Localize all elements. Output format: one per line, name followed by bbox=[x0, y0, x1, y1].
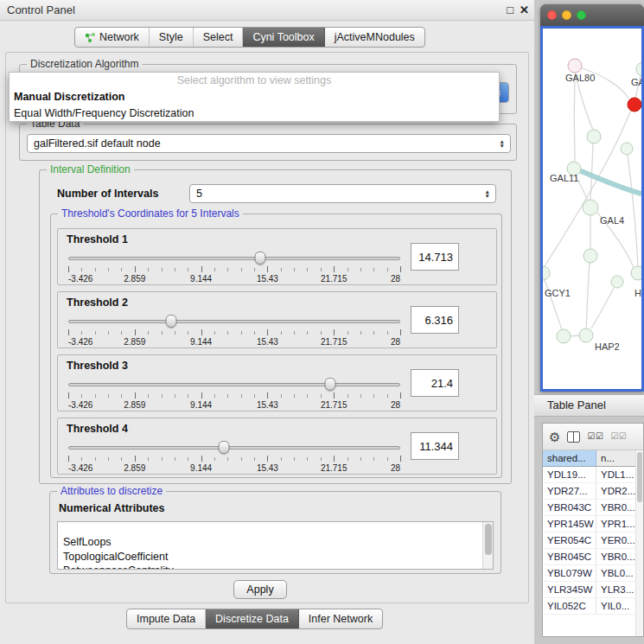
threshold-value-field[interactable] bbox=[411, 306, 459, 334]
popup-option-equal-width-frequency-discretization[interactable]: Equal Width/Frequency Discretization bbox=[10, 105, 499, 122]
threshold-slider[interactable] bbox=[68, 441, 400, 455]
tab-discretize-data[interactable]: Discretize Data bbox=[206, 609, 299, 628]
popup-option-manual-discretization[interactable]: Manual Discretization bbox=[10, 89, 499, 105]
cell-shared-name: YLR345W bbox=[543, 582, 596, 597]
network-window-titlebar[interactable] bbox=[540, 4, 644, 26]
network-node[interactable] bbox=[557, 329, 571, 343]
threshold-slider[interactable] bbox=[68, 378, 400, 392]
threshold-value-field[interactable] bbox=[411, 369, 459, 397]
tab-infer-network[interactable]: Infer Network bbox=[299, 609, 382, 628]
slider-tick-labels: -3.4262.8599.14415.4321.71528 bbox=[68, 337, 400, 347]
network-edge bbox=[574, 73, 575, 162]
threshold-slider[interactable] bbox=[68, 315, 400, 328]
network-node[interactable] bbox=[621, 143, 633, 155]
list-item-betweennesscentrality[interactable]: BetweennessCentrality bbox=[58, 564, 481, 570]
network-graph: GAL80GAGAL11GAL4GCY1HHAP2 bbox=[543, 29, 641, 389]
tick-label: 9.144 bbox=[190, 400, 212, 410]
tick-mark bbox=[281, 394, 282, 398]
network-canvas[interactable]: GAL80GAGAL11GAL4GCY1HHAP2 bbox=[543, 29, 641, 389]
network-node-h[interactable] bbox=[631, 266, 641, 280]
zoom-traffic-light-icon[interactable] bbox=[577, 10, 586, 20]
tick-mark bbox=[373, 394, 374, 398]
threshold-slider[interactable] bbox=[68, 252, 400, 265]
tick-mark bbox=[360, 268, 361, 271]
algorithm-dropdown-popup: Select algorithm to view settingsManual … bbox=[9, 72, 500, 122]
tick-mark bbox=[307, 457, 308, 461]
tick-mark bbox=[241, 331, 242, 335]
table-row[interactable]: YBR043CYBR0... bbox=[543, 500, 643, 516]
tab-impute-data[interactable]: Impute Data bbox=[127, 609, 206, 628]
network-node[interactable] bbox=[583, 249, 597, 263]
group-title: Interval Definition bbox=[47, 163, 134, 175]
network-node-hap2[interactable] bbox=[579, 328, 593, 342]
tick-mark bbox=[241, 268, 242, 271]
tick-mark bbox=[254, 394, 255, 398]
slider-thumb[interactable] bbox=[254, 252, 265, 265]
tab-network[interactable]: Network bbox=[75, 28, 150, 47]
network-node[interactable] bbox=[628, 98, 641, 112]
stepper-icon[interactable]: ▲▼ bbox=[485, 189, 490, 198]
table-scrollbar[interactable] bbox=[635, 450, 643, 636]
tick-mark bbox=[373, 331, 374, 335]
network-node[interactable] bbox=[587, 130, 601, 143]
slider-thumb[interactable] bbox=[166, 315, 177, 328]
network-node-gcy1[interactable] bbox=[543, 266, 550, 280]
slider-thumb[interactable] bbox=[325, 378, 336, 391]
tick-label: 28 bbox=[391, 274, 400, 284]
table-row[interactable]: YDL19...YDL1... bbox=[543, 467, 643, 483]
group-title: Attributes to discretize bbox=[57, 485, 166, 497]
threshold-value-field[interactable] bbox=[411, 432, 459, 460]
minimize-traffic-light-icon[interactable] bbox=[562, 10, 571, 20]
tick-mark bbox=[175, 394, 175, 398]
table-row[interactable]: YPR145WYPR1... bbox=[543, 516, 643, 532]
tick-mark bbox=[162, 457, 163, 461]
list-item-topologicalcoefficient[interactable]: TopologicalCoefficient bbox=[58, 550, 481, 564]
number-of-intervals-select[interactable]: 5 ▲▼ bbox=[189, 184, 496, 203]
tick-mark bbox=[121, 394, 122, 398]
list-item-selfloops[interactable]: SelfLoops bbox=[58, 535, 481, 550]
network-node[interactable] bbox=[611, 276, 623, 288]
stepper-icon[interactable]: ▲▼ bbox=[500, 139, 505, 148]
tick-label: 28 bbox=[391, 463, 400, 473]
close-icon[interactable]: ✕ bbox=[520, 3, 529, 16]
network-node-ga[interactable] bbox=[636, 62, 641, 76]
tick-label: 15.43 bbox=[257, 400, 278, 410]
slider-thumb[interactable] bbox=[219, 441, 230, 454]
tab-style[interactable]: Style bbox=[150, 28, 194, 47]
slider-ticks bbox=[68, 392, 400, 399]
float-window-icon[interactable]: □ bbox=[507, 3, 513, 16]
list-scrollbar[interactable] bbox=[482, 522, 493, 569]
gear-icon[interactable]: ⚙ bbox=[549, 430, 560, 443]
tab-select[interactable]: Select bbox=[194, 28, 244, 47]
tab-cyni-toolbox[interactable]: Cyni Toolbox bbox=[243, 28, 324, 47]
tick-mark bbox=[108, 268, 109, 271]
popup-placeholder-option[interactable]: Select algorithm to view settings bbox=[10, 73, 499, 89]
table-row[interactable]: YBL079WYBL0... bbox=[543, 565, 643, 582]
table-row[interactable]: YER054CYER0... bbox=[543, 532, 643, 549]
tick-label: 9.144 bbox=[190, 274, 212, 284]
tick-mark bbox=[387, 457, 388, 461]
tab-jactivemnodules[interactable]: jActiveMNodules bbox=[325, 28, 424, 47]
table-row[interactable]: YIL052CYIL0... bbox=[543, 598, 643, 615]
table-row[interactable]: YLR345WYLR3... bbox=[543, 582, 643, 598]
threshold-value-field[interactable] bbox=[411, 243, 459, 271]
numerical-attributes-list[interactable]: SelfLoopsTopologicalCoefficientBetweenne… bbox=[57, 521, 494, 570]
tick-mark bbox=[400, 266, 401, 272]
columns-icon[interactable] bbox=[567, 431, 580, 443]
apply-button[interactable]: Apply bbox=[233, 580, 287, 599]
scrollbar-thumb[interactable] bbox=[637, 452, 642, 502]
network-node-gal80[interactable] bbox=[568, 59, 582, 73]
tick-mark bbox=[254, 268, 255, 271]
select-all-icon[interactable]: ☑☑ bbox=[587, 432, 603, 441]
network-node-gal4[interactable] bbox=[583, 200, 598, 215]
close-traffic-light-icon[interactable] bbox=[547, 10, 557, 20]
table-data-select[interactable]: galFiltered.sif default node ▲▼ bbox=[27, 134, 511, 153]
column-header-shared-name[interactable]: shared... bbox=[543, 450, 596, 467]
select-none-icon[interactable]: ☑☑ bbox=[610, 432, 627, 441]
table-row[interactable]: YBR045CYBR0... bbox=[543, 549, 643, 565]
table-header-row: shared... n... bbox=[543, 450, 643, 467]
table-row[interactable]: YDR27...YDR2... bbox=[543, 483, 643, 500]
threshold-panel-3: Threshold 3-3.4262.8599.14415.4321.71528 bbox=[57, 354, 497, 411]
scrollbar-thumb[interactable] bbox=[485, 524, 492, 555]
table-panel-header[interactable]: Table Panel bbox=[534, 394, 644, 417]
